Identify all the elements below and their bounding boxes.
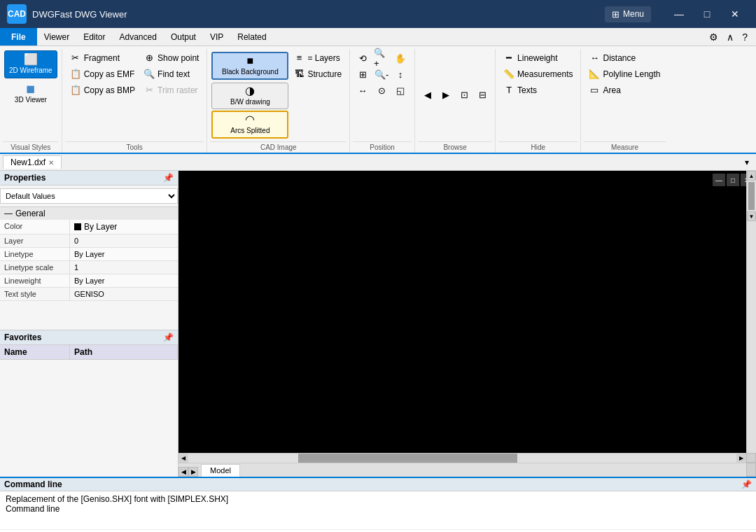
- scroll-up-arrow[interactable]: ▲: [747, 171, 756, 181]
- menu-output[interactable]: Output: [164, 28, 203, 46]
- canvas-maximize-btn[interactable]: □: [727, 174, 739, 186]
- pan-tool[interactable]: ✋: [392, 50, 409, 66]
- favorites-table: Name Path: [0, 345, 178, 477]
- browse-back[interactable]: ◀: [419, 87, 436, 102]
- cmd-line1: Replacement of the [Geniso.SHX] font wit…: [6, 494, 750, 504]
- properties-table: — General Color By Layer Layer 0 Linetyp…: [0, 206, 178, 330]
- favorites-title: Favorites: [4, 332, 41, 342]
- tab-expand-button[interactable]: ▾: [741, 158, 753, 167]
- properties-select[interactable]: Default Values: [0, 188, 178, 204]
- btn-layers[interactable]: ≡ = Layers: [290, 50, 345, 65]
- 3d-viewer-icon: ◼: [26, 83, 35, 94]
- bottom-scrollbar: ◀ ▶: [178, 453, 746, 463]
- group-label-browse: Browse: [418, 141, 492, 153]
- copy-emf-icon: 📋: [70, 69, 81, 79]
- menu-grid-icon: ⊞: [612, 9, 620, 20]
- zoom-selected[interactable]: ⊙: [373, 83, 390, 98]
- btn-2d-wireframe[interactable]: ⬜ 2D Wireframe: [4, 50, 57, 78]
- menu-file[interactable]: File: [0, 28, 37, 46]
- browse-forward[interactable]: ▶: [438, 87, 454, 102]
- btn-copy-as-bmp[interactable]: 📋 Copy as BMP: [66, 83, 139, 97]
- menu-advanced[interactable]: Advanced: [113, 28, 164, 46]
- zoom-extents[interactable]: ⟲: [354, 50, 371, 66]
- app-logo: CAD: [7, 4, 27, 24]
- browse-last[interactable]: ⊟: [474, 87, 491, 102]
- menu-viewer[interactable]: Viewer: [37, 28, 76, 46]
- prop-section-general[interactable]: — General: [0, 207, 178, 220]
- command-pin[interactable]: 📌: [741, 479, 752, 489]
- expand-icon[interactable]: ∧: [724, 30, 736, 44]
- hscroll-thumb[interactable]: [298, 454, 517, 463]
- main-layout: Properties 📌 Default Values — General Co…: [0, 171, 756, 477]
- btn-polyline-length[interactable]: 📐 Polyline Length: [585, 66, 664, 81]
- menu-vip[interactable]: VIP: [203, 28, 230, 46]
- btn-black-background[interactable]: ■ Black Background: [211, 52, 288, 80]
- zoom-prev[interactable]: ◱: [392, 83, 409, 98]
- fragment-icon: ✂: [70, 52, 81, 63]
- close-button[interactable]: ✕: [721, 0, 749, 28]
- btn-arcs-splitted[interactable]: ◠ Arcs Splitted: [211, 111, 288, 139]
- tab-arrow-left[interactable]: ◀: [178, 467, 188, 477]
- hscroll-right[interactable]: ▶: [736, 454, 746, 463]
- canvas-area[interactable]: — □ ✕ ▲ ▼ ◀ ▶ ◀ ▶ Model: [178, 171, 756, 477]
- doc-tab-new1[interactable]: New1.dxf ✕: [3, 155, 62, 169]
- menu-button[interactable]: ⊞ Menu: [605, 6, 651, 22]
- hscroll-track[interactable]: [188, 454, 736, 463]
- scroll-thumb[interactable]: [748, 182, 755, 210]
- canvas-corner: [746, 463, 756, 477]
- btn-show-point[interactable]: ⊕ Show point: [140, 50, 202, 65]
- polyline-icon: 📐: [589, 69, 600, 79]
- properties-header: Properties 📌: [0, 171, 178, 186]
- zoom-window[interactable]: ⊞: [354, 66, 371, 82]
- btn-bw-drawing[interactable]: ◑ B/W drawing: [211, 83, 288, 109]
- favorites-panel: Favorites 📌 Name Path: [0, 330, 178, 477]
- fav-col-path: Path: [70, 345, 178, 359]
- hscroll-left[interactable]: ◀: [178, 454, 188, 463]
- group-label-tools: Tools: [65, 141, 204, 153]
- arcs-icon: ◠: [245, 114, 255, 125]
- btn-lineweight[interactable]: ━ Lineweight: [500, 50, 561, 65]
- zoom-in[interactable]: 🔍+: [373, 50, 390, 66]
- btn-copy-as-emf[interactable]: 📋 Copy as EMF: [66, 66, 139, 81]
- zoom-out[interactable]: 🔍-: [373, 66, 390, 82]
- copy-bmp-icon: 📋: [70, 85, 81, 95]
- minimize-button[interactable]: —: [665, 0, 693, 28]
- btn-measurements[interactable]: 📏 Measurements: [500, 66, 576, 81]
- menu-editor[interactable]: Editor: [76, 28, 112, 46]
- btn-trim-raster[interactable]: ✂ Trim raster: [140, 83, 202, 97]
- properties-panel: Properties 📌 Default Values — General Co…: [0, 171, 178, 330]
- distance-icon: ↔: [589, 52, 600, 63]
- trim-raster-icon: ✂: [144, 85, 155, 95]
- canvas-minimize-btn[interactable]: —: [713, 174, 725, 186]
- favorites-pin[interactable]: 📌: [163, 332, 174, 342]
- properties-pin[interactable]: 📌: [163, 173, 174, 183]
- btn-distance[interactable]: ↔ Distance: [585, 50, 639, 65]
- btn-fragment[interactable]: ✂ Fragment: [66, 50, 139, 65]
- zoom-realtime[interactable]: ↕: [392, 66, 409, 82]
- btn-structure[interactable]: 🏗 Structure: [290, 66, 345, 81]
- maximize-button[interactable]: □: [693, 0, 721, 28]
- btn-find-text[interactable]: 🔍 Find text: [140, 66, 202, 81]
- customize-icon[interactable]: ⚙: [706, 30, 721, 44]
- command-title: Command line: [4, 479, 62, 489]
- doc-tab-close[interactable]: ✕: [48, 159, 54, 167]
- layers-icon: ≡: [293, 52, 304, 63]
- btn-3d-viewer[interactable]: ◼ 3D Viewer: [4, 80, 57, 108]
- menu-related[interactable]: Related: [230, 28, 273, 46]
- structure-icon: 🏗: [293, 69, 304, 79]
- scroll-down-arrow[interactable]: ▼: [747, 211, 756, 221]
- title-controls: — □ ✕: [665, 0, 749, 28]
- btn-texts[interactable]: T Texts: [500, 83, 540, 97]
- tab-arrow-right[interactable]: ▶: [188, 467, 198, 477]
- ribbon-group-browse: ◀ ▶ ⊡ ⊟ Browse: [415, 49, 496, 153]
- browse-first[interactable]: ⊡: [456, 87, 472, 102]
- fit-view[interactable]: ↔: [354, 83, 371, 98]
- model-tab[interactable]: Model: [201, 464, 240, 477]
- 2d-wireframe-icon: ⬜: [24, 54, 38, 65]
- help-icon[interactable]: ?: [739, 30, 750, 44]
- group-label-visual-styles: Visual Styles: [3, 141, 59, 153]
- right-scrollbar[interactable]: ▲ ▼: [746, 171, 756, 463]
- prop-row-linetype-scale: Linetype scale 1: [0, 261, 178, 274]
- btn-area[interactable]: ▭ Area: [585, 83, 624, 97]
- doc-tab-label: New1.dxf: [10, 158, 46, 167]
